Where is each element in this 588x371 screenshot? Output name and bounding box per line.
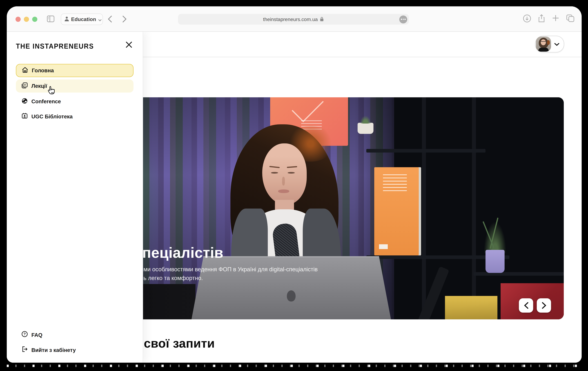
- sidebar-drawer: THE INSTAPRENEURS Головна: [7, 31, 143, 363]
- share-icon[interactable]: [538, 14, 545, 24]
- frame-perforation-marks: [7, 365, 582, 367]
- url-text: theinstapreneurs.com.ua: [263, 17, 318, 22]
- sidebar-item-conference[interactable]: Conference: [16, 95, 134, 108]
- mouse-cursor-pointer-icon: [46, 86, 56, 98]
- sidebar-item-label: FAQ: [32, 332, 42, 338]
- profile-switcher-button[interactable]: Education: [61, 13, 103, 25]
- close-window-button[interactable]: [15, 17, 21, 22]
- sidebar-item-lectures[interactable]: Лекції: [16, 79, 134, 93]
- avatar: [536, 37, 551, 52]
- page-settings-button[interactable]: [399, 15, 407, 23]
- carousel-prev-button[interactable]: [519, 298, 533, 313]
- section-heading: свої запити: [144, 336, 215, 351]
- sidebar-item-label: UGC Бібліотека: [32, 113, 73, 120]
- chevron-down-icon: [554, 41, 559, 48]
- sidebar-item-label: Головна: [32, 68, 54, 73]
- browser-toolbar: Education theinstapreneurs.com.ua: [7, 6, 582, 32]
- chevron-down-icon: [98, 16, 102, 23]
- account-menu-button[interactable]: [535, 36, 564, 52]
- lock-icon: [320, 16, 324, 23]
- globe-icon: [21, 98, 28, 105]
- zoom-window-button[interactable]: [32, 17, 37, 22]
- sidebar-toggle-icon[interactable]: [47, 15, 54, 24]
- home-icon: [22, 67, 28, 74]
- sidebar-item-label: Conference: [32, 99, 61, 104]
- carousel-next-button[interactable]: [537, 298, 551, 313]
- tab-overview-icon[interactable]: [566, 14, 575, 24]
- sidebar-item-label: Лекції: [32, 83, 47, 89]
- sidebar-item-home[interactable]: Головна: [16, 64, 134, 77]
- sidebar-item-logout[interactable]: Вийти з кабінету: [16, 345, 134, 355]
- downloads-icon[interactable]: [523, 14, 531, 24]
- forward-button[interactable]: [122, 15, 127, 24]
- person-icon: [64, 16, 69, 23]
- screenshot-stage: Education theinstapreneurs.com.ua: [0, 0, 588, 371]
- library-card-icon: [21, 113, 28, 121]
- sidebar-item-label: Вийти з кабінету: [32, 347, 76, 353]
- question-circle-icon: ?: [21, 331, 28, 339]
- sidebar-item-ugc-library[interactable]: UGC Бібліотека: [16, 110, 134, 123]
- new-tab-icon[interactable]: [552, 14, 559, 24]
- close-sidebar-button[interactable]: [124, 40, 133, 49]
- browser-window: Education theinstapreneurs.com.ua: [7, 6, 582, 363]
- lectures-icon: [21, 82, 28, 90]
- logout-icon: [21, 346, 28, 354]
- hero-description: ми особливостями ведення ФОП в Україні д…: [143, 265, 318, 282]
- minimize-window-button[interactable]: [24, 17, 29, 22]
- svg-text:?: ?: [24, 332, 26, 336]
- hero-title: пеціалістів: [142, 245, 223, 261]
- profile-label: Education: [71, 16, 96, 22]
- sidebar-item-faq[interactable]: ? FAQ: [16, 330, 134, 340]
- address-bar[interactable]: theinstapreneurs.com.ua: [178, 14, 409, 25]
- site-logo: THE INSTAPRENEURS: [16, 42, 94, 50]
- back-button[interactable]: [108, 15, 112, 24]
